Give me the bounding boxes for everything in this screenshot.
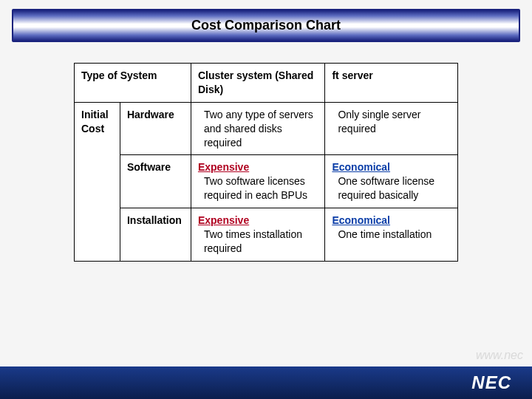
background-watermark-text: www.nec: [476, 349, 523, 362]
table-row: Software Expensive Two software licenses…: [75, 155, 458, 208]
footer-bar: NEC: [0, 366, 532, 399]
cell-hardware-cluster: Two any type of servers and shared disks…: [191, 102, 325, 155]
table-row: Installation Expensive Two times install…: [75, 208, 458, 262]
emphasis-expensive: Expensive: [198, 160, 318, 174]
row-sub-hardware: Hardware: [120, 102, 191, 155]
cell-software-ft: Economical One software license required…: [325, 155, 458, 208]
emphasis-economical: Economical: [332, 160, 451, 174]
row-sub-installation: Installation: [120, 208, 191, 262]
table-header-row: Type of System Cluster system (Shared Di…: [75, 64, 458, 103]
cell-text: Only single server required: [332, 108, 451, 136]
cell-text: One software license required basically: [332, 174, 451, 202]
cell-software-cluster: Expensive Two software licenses required…: [191, 155, 325, 208]
cell-text: One time installation: [332, 228, 451, 242]
header-type-of-system: Type of System: [75, 64, 191, 103]
cell-installation-ft: Economical One time installation: [325, 208, 458, 262]
table-row: Initial Cost Hardware Two any type of se…: [75, 102, 458, 155]
title-bar: Cost Comparison Chart: [12, 9, 520, 42]
row-group-initial-cost: Initial Cost: [75, 102, 120, 261]
comparison-table-container: Type of System Cluster system (Shared Di…: [74, 63, 458, 262]
cell-text: Two times installation required: [198, 228, 318, 256]
emphasis-expensive: Expensive: [198, 214, 318, 228]
cell-installation-cluster: Expensive Two times installation require…: [191, 208, 325, 262]
header-cluster-system: Cluster system (Shared Disk): [191, 64, 325, 103]
page-title: Cost Comparison Chart: [191, 18, 341, 33]
row-sub-software: Software: [120, 155, 191, 208]
nec-logo: NEC: [471, 372, 511, 393]
cell-text: Two any type of servers and shared disks…: [198, 108, 318, 150]
emphasis-economical: Economical: [332, 214, 451, 228]
cell-hardware-ft: Only single server required: [325, 102, 458, 155]
cell-text: Two software licenses required in each B…: [198, 174, 318, 202]
comparison-table: Type of System Cluster system (Shared Di…: [74, 63, 458, 262]
header-ft-server: ft server: [325, 64, 458, 103]
